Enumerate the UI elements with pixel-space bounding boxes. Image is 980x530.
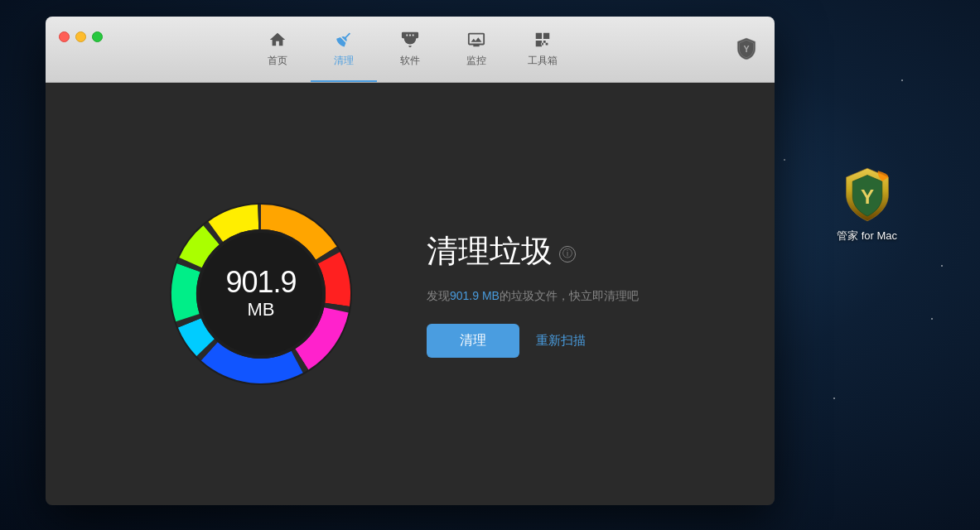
- monitor-icon: [467, 31, 485, 52]
- clean-icon: [335, 31, 353, 52]
- svg-text:Y: Y: [860, 186, 873, 208]
- desktop-icon-label: 管家 for Mac: [837, 229, 897, 243]
- panel-title: 清理垃圾 ⓘ: [427, 230, 659, 272]
- nav-tabs: 首页 清理 软件 监控: [59, 17, 761, 82]
- maximize-button[interactable]: [92, 31, 103, 42]
- tab-apps-label: 软件: [400, 54, 420, 68]
- home-icon: [268, 31, 287, 52]
- rescan-button[interactable]: 重新扫描: [536, 333, 586, 349]
- tab-monitor[interactable]: 监控: [443, 17, 509, 82]
- apps-icon: [401, 31, 419, 52]
- minimize-button[interactable]: [75, 31, 86, 42]
- titlebar: 首页 清理 软件 监控: [46, 17, 775, 83]
- tab-tools[interactable]: 工具箱: [509, 17, 576, 82]
- donut-center: 901.9 MB: [225, 267, 296, 320]
- svg-text:Y: Y: [743, 44, 749, 54]
- donut-chart: 901.9 MB: [162, 195, 360, 393]
- tab-home-label: 首页: [268, 54, 287, 68]
- desc-highlight: 901.9 MB: [450, 289, 500, 302]
- tab-monitor-label: 监控: [466, 54, 486, 68]
- close-button[interactable]: [59, 31, 70, 42]
- tab-apps[interactable]: 软件: [377, 17, 443, 82]
- donut-unit: MB: [225, 299, 296, 320]
- tools-icon: [533, 31, 552, 52]
- info-icon[interactable]: ⓘ: [559, 246, 576, 263]
- main-window: 首页 清理 软件 监控: [46, 17, 775, 505]
- desc-prefix: 发现: [427, 289, 450, 302]
- tab-tools-label: 工具箱: [528, 54, 558, 68]
- tab-home[interactable]: 首页: [244, 17, 311, 82]
- clean-button[interactable]: 清理: [427, 324, 519, 358]
- main-content: 901.9 MB 清理垃圾 ⓘ 发现901.9 MB的垃圾文件，快立即清理吧 清…: [46, 83, 775, 505]
- shield-button[interactable]: Y: [731, 35, 761, 65]
- panel-actions: 清理 重新扫描: [427, 324, 659, 358]
- desktop-icon-image: Y: [838, 166, 896, 224]
- tab-clean-label: 清理: [334, 54, 354, 68]
- desktop-icon[interactable]: Y 管家 for Mac: [837, 166, 897, 243]
- panel-description: 发现901.9 MB的垃圾文件，快立即清理吧: [427, 289, 659, 304]
- window-controls: [59, 31, 103, 42]
- shield-icon: Y: [735, 37, 758, 62]
- tab-clean[interactable]: 清理: [311, 17, 377, 82]
- panel-title-text: 清理垃圾: [427, 230, 553, 272]
- right-panel: 清理垃圾 ⓘ 发现901.9 MB的垃圾文件，快立即清理吧 清理 重新扫描: [427, 230, 659, 358]
- desc-suffix: 的垃圾文件，快立即清理吧: [500, 289, 639, 302]
- donut-value: 901.9: [225, 267, 296, 297]
